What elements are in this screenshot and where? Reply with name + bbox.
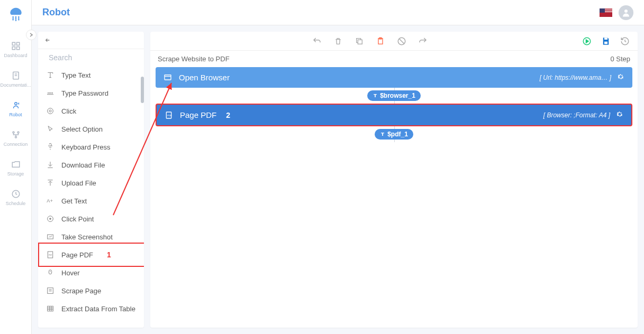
svg-point-22: [51, 92, 51, 93]
delete-button[interactable]: [333, 36, 343, 47]
svg-rect-6: [12, 42, 15, 45]
nav-robot[interactable]: Robot: [0, 94, 32, 124]
action-label: Download File: [61, 161, 105, 169]
palette-back-button[interactable]: [43, 35, 54, 45]
scrape-icon: [46, 286, 55, 295]
history-button[interactable]: [620, 36, 630, 47]
action-palette: Type TextType PasswordClickSelect Option…: [38, 32, 144, 328]
disable-button[interactable]: [396, 36, 407, 47]
run-button[interactable]: [582, 36, 592, 47]
nav-label: Robot: [9, 112, 22, 117]
output-variable-badge[interactable]: $browser_1: [367, 90, 421, 101]
svg-rect-50: [165, 75, 171, 79]
action-label: Page PDF: [61, 251, 93, 259]
svg-point-4: [15, 20, 16, 21]
nav-sidebar: Dashboard Documentati... Robot Connectio…: [0, 0, 32, 334]
avatar[interactable]: [619, 5, 633, 20]
redo-button[interactable]: [418, 36, 428, 47]
svg-rect-8: [12, 47, 15, 50]
text-icon: [380, 132, 385, 137]
search-input[interactable]: [49, 53, 141, 62]
nav-schedule[interactable]: Schedule: [0, 183, 32, 212]
step-page-pdf[interactable]: PDF Page PDF 2 [ Browser: ;Format: A4 ]: [156, 104, 632, 126]
keyboard-icon: [46, 142, 55, 152]
action-item-type[interactable]: Type Text: [38, 66, 144, 84]
clickpoint-icon: [46, 214, 55, 224]
undo-button[interactable]: [312, 36, 322, 47]
svg-point-29: [50, 218, 51, 220]
scrollbar-thumb[interactable]: [141, 77, 144, 103]
nav-connection[interactable]: Connection: [0, 124, 32, 153]
page-title: Robot: [42, 7, 70, 18]
step-title: Page PDF: [180, 110, 216, 119]
nav-label: Connection: [4, 142, 28, 147]
nav-label: Schedule: [6, 201, 26, 206]
nav-label: Documentati...: [0, 82, 31, 88]
action-item-hover[interactable]: Hover: [38, 264, 144, 282]
language-flag-icon[interactable]: [600, 8, 612, 17]
svg-point-26: [49, 110, 51, 112]
nav-label: Storage: [7, 171, 24, 177]
download-icon: [46, 160, 55, 170]
svg-point-23: [52, 92, 52, 93]
browser-icon: [163, 73, 173, 82]
svg-point-13: [14, 103, 17, 105]
svg-rect-43: [358, 40, 362, 44]
copy-button[interactable]: [354, 36, 365, 47]
svg-text:PDF: PDF: [167, 114, 172, 117]
action-item-keyboard[interactable]: Keyboard Press: [38, 138, 144, 156]
action-item-upload[interactable]: Upload File: [38, 174, 144, 192]
action-label: Upload File: [61, 179, 96, 187]
step-settings-button[interactable]: [615, 110, 624, 120]
upload-icon: [46, 178, 55, 188]
action-item-download[interactable]: Download File: [38, 156, 144, 174]
canvas: Scrape Website to PDF 0 Step Open Browse…: [150, 32, 638, 328]
action-item-password[interactable]: Type Password: [38, 84, 144, 102]
action-item-table[interactable]: Extract Data From Table: [38, 300, 144, 318]
nav-storage[interactable]: Storage: [0, 153, 32, 183]
nav-dashboard[interactable]: Dashboard: [0, 35, 32, 64]
svg-point-15: [17, 132, 19, 133]
svg-rect-7: [16, 42, 19, 45]
action-label: Hover: [61, 269, 80, 277]
svg-rect-49: [604, 41, 607, 44]
step-count: 0 Step: [610, 55, 630, 63]
save-button[interactable]: [601, 36, 611, 47]
nav-documentation[interactable]: Documentati...: [0, 64, 32, 94]
svg-point-16: [15, 136, 16, 138]
action-item-select[interactable]: Select Option: [38, 120, 144, 138]
action-label: Click: [61, 107, 76, 115]
output-variable-badge[interactable]: $pdf_1: [375, 129, 413, 140]
step-settings-button[interactable]: [616, 72, 625, 82]
pdf-icon: PDF: [164, 110, 174, 120]
action-item-clickpoint[interactable]: Click Point: [38, 210, 144, 228]
nav-expand-button[interactable]: [26, 30, 37, 40]
annotation-1: 1: [107, 251, 111, 259]
svg-point-25: [48, 108, 53, 114]
action-label: Select Option: [61, 125, 103, 133]
action-label: Type Password: [61, 89, 108, 97]
step-params: [ Browser: ;Format: A4 ]: [543, 112, 610, 119]
svg-point-18: [624, 10, 628, 13]
svg-point-20: [48, 92, 48, 93]
svg-rect-35: [48, 288, 53, 294]
svg-point-5: [18, 19, 20, 21]
svg-rect-38: [48, 306, 53, 311]
step-open-browser[interactable]: Open Browser [ Url: https://www.ama… ]: [156, 67, 632, 88]
action-item-click[interactable]: Click: [38, 102, 144, 120]
action-item-gettext[interactable]: A+Get Text: [38, 192, 144, 210]
pdf-icon: PDF: [46, 250, 55, 259]
action-item-screenshot[interactable]: Take Screenshot: [38, 228, 144, 246]
action-label: Extract Data From Table: [61, 305, 135, 313]
svg-text:A+: A+: [47, 198, 53, 203]
action-label: Get Text: [61, 197, 87, 205]
svg-point-3: [12, 19, 14, 21]
action-item-pdf[interactable]: PDFPage PDF1: [38, 246, 144, 264]
workflow-title: Scrape Website to PDF: [158, 55, 230, 63]
action-item-scrape[interactable]: Scrape Page: [38, 282, 144, 300]
hover-icon: [46, 268, 55, 277]
step-params: [ Url: https://www.ama… ]: [540, 74, 611, 81]
paste-button[interactable]: [375, 36, 386, 47]
type-icon: [46, 70, 55, 80]
step-title: Open Browser: [179, 73, 230, 82]
